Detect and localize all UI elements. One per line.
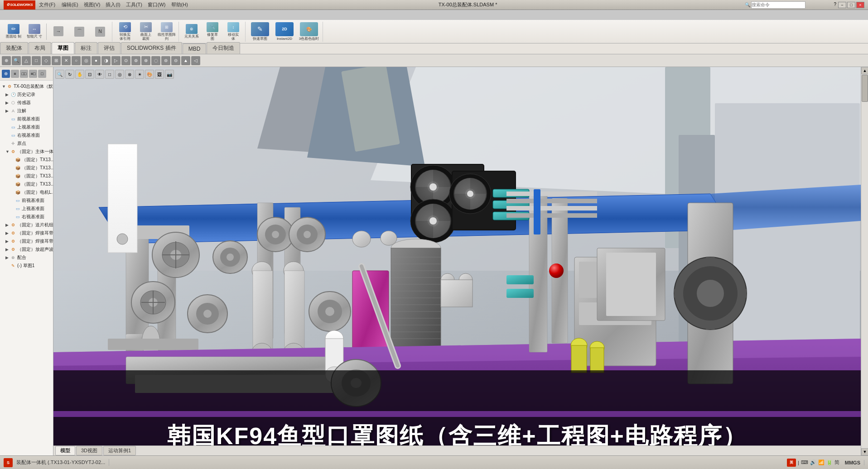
expand-arrow-body[interactable]: ▼	[5, 149, 10, 154]
tree-item-sub-top-plane[interactable]: ▭ 上视基准面	[0, 205, 53, 213]
tab-today[interactable]: 今日制造	[207, 42, 240, 54]
sec-icon-11[interactable]: ▷	[111, 56, 121, 65]
search-input[interactable]	[751, 1, 805, 9]
toolbar-color-button[interactable]: 🎨 3色着色临时	[297, 22, 321, 42]
tree-item-sketch1[interactable]: ✎ (-) 草图1	[0, 262, 53, 270]
sec-icon-15[interactable]: ◌	[151, 56, 160, 65]
tab-annotation[interactable]: 标注	[75, 42, 97, 54]
scroll-down-arrow[interactable]: ▼	[861, 448, 868, 455]
toolbar-repair-button[interactable]: 🔧 修复草图	[203, 22, 222, 42]
speaker-icon[interactable]: 🔊	[810, 459, 816, 465]
scroll-up-arrow[interactable]: ▲	[861, 67, 868, 74]
minimize-button[interactable]: −	[838, 2, 846, 8]
help-icon[interactable]: ?	[833, 2, 837, 8]
restore-button[interactable]: □	[847, 2, 855, 8]
tree-item-root[interactable]: ▼ ⚙ TX-00总装配体（默认	[0, 82, 53, 91]
sec-icon-2[interactable]: △	[22, 56, 31, 65]
tree-item-top-plane[interactable]: ▭ 上视基准面	[0, 123, 53, 131]
tree-item-tx13-4[interactable]: 📦 （固定）TX13...	[0, 180, 53, 188]
sec-icon-16[interactable]: ⊜	[161, 56, 170, 65]
scroll-thumb[interactable]	[862, 75, 868, 102]
expand-arrow-feeder[interactable]: ▶	[5, 223, 10, 227]
vp-icon-hide[interactable]: ◎	[115, 70, 124, 79]
tree-item-feeder[interactable]: ▶ ⚙ （固定）送片机组...	[0, 221, 53, 229]
expand-arrow-annotation[interactable]: ▶	[5, 109, 10, 113]
sec-icon-3[interactable]: □	[32, 56, 41, 65]
tree-item-tx13-3[interactable]: 📦 （固定）TX13...	[0, 172, 53, 180]
toolbar-draw-button[interactable]: ✏ 图面绘 制	[4, 22, 24, 42]
sec-icon-6[interactable]: ✕	[62, 56, 71, 65]
tree-item-annotation[interactable]: ▶ A 注解	[0, 107, 53, 115]
sec-icon-14[interactable]: ⊛	[141, 56, 150, 65]
main-viewport[interactable]: 🔍 ↻ ✋ ⊡ 👁 □ ◎ ⊗ ☀ 🎨 🖼 📷 韩国KF94鱼型口罩图纸（含三维…	[53, 67, 861, 455]
vp-icon-section[interactable]: ⊗	[125, 70, 134, 79]
lang-en-button[interactable]: 英	[787, 459, 796, 467]
expand-arrow-sensor[interactable]: ▶	[5, 100, 10, 105]
vp-icon-view[interactable]: 👁	[95, 70, 104, 79]
tab-motion[interactable]: 运动算例1	[103, 446, 136, 455]
menu-edit[interactable]: 编辑(E)	[59, 1, 81, 8]
toolbar-array-button[interactable]: ⊞ 线性草图阵列	[157, 22, 177, 42]
tab-mbd[interactable]: MBD	[183, 43, 207, 54]
menu-insert[interactable]: 插入(I)	[103, 1, 123, 8]
menu-help[interactable]: 帮助(H)	[169, 1, 191, 8]
vp-icon-scene[interactable]: 🖼	[155, 70, 164, 79]
tab-layout[interactable]: 布局	[29, 42, 51, 54]
tree-item-ultrasonic[interactable]: ▶ ⚙ （固定）放超声波...	[0, 245, 53, 254]
sec-icon-18[interactable]: ▲	[181, 56, 190, 65]
sidebar-view-btn-2[interactable]: □□	[20, 70, 28, 78]
tree-item-sensor[interactable]: ▶ ⬡ 传感器	[0, 99, 53, 107]
sec-icon-9[interactable]: ●	[92, 56, 101, 65]
keyboard-icon[interactable]: ⌨	[801, 459, 808, 465]
sidebar-view-btn-4[interactable]: □	[38, 70, 46, 78]
sec-icon-7[interactable]: ○	[72, 56, 81, 65]
tree-item-weld1[interactable]: ▶ ⚙ （固定）焊接耳带...	[0, 229, 53, 237]
sec-icon-8[interactable]: ◎	[82, 56, 91, 65]
toolbar-arrow-button[interactable]: →	[48, 22, 68, 42]
sec-icon-12[interactable]: ⊙	[121, 56, 130, 65]
expand-arrow-root[interactable]: ▼	[2, 84, 6, 89]
expand-arrow-history[interactable]: ▶	[5, 92, 10, 97]
toolbar-convert-button[interactable]: ⟲ 转换实体引用	[115, 22, 135, 42]
tree-item-origin[interactable]: ✛ 原点	[0, 139, 53, 148]
sec-icon-0[interactable]: ⊕	[2, 56, 11, 65]
tab-sketch[interactable]: 草图	[52, 42, 74, 54]
toolbar-instant2d-button[interactable]: 2D Instant2D	[273, 22, 296, 42]
sec-icon-19[interactable]: ◁	[191, 56, 200, 65]
sec-icon-13[interactable]: ⊚	[131, 56, 140, 65]
menu-file[interactable]: 文件(F)	[35, 1, 59, 8]
expand-arrow-ultrasonic[interactable]: ▶	[5, 247, 10, 252]
tab-assembly[interactable]: 装配体	[0, 42, 28, 54]
tree-item-mate[interactable]: ▶ ⊕ 配合	[0, 254, 53, 262]
toolbar-dim-button[interactable]: ↔ 智能尺 寸	[24, 22, 44, 42]
expand-arrow-weld1[interactable]: ▶	[5, 231, 10, 235]
sec-icon-10[interactable]: ◑	[101, 56, 111, 65]
tab-model[interactable]: 模型	[55, 446, 75, 455]
tree-item-history[interactable]: ▶ 🕐 历史记录	[0, 91, 53, 99]
tree-item-right-plane[interactable]: ▭ 右视基准面	[0, 131, 53, 139]
vp-icon-display[interactable]: □	[105, 70, 114, 79]
tab-plugins[interactable]: SOLIDWORKS 插件	[121, 42, 182, 54]
toolbar-n-button[interactable]: N	[90, 22, 110, 42]
expand-arrow-weld2[interactable]: ▶	[5, 239, 10, 244]
tree-item-main-body[interactable]: ▼ ⚙ （固定）主体一体...	[0, 148, 53, 156]
tree-item-sub-right-plane[interactable]: ▭ 右视基准面	[0, 213, 53, 221]
vp-icon-light[interactable]: ☀	[135, 70, 144, 79]
sidebar-view-btn-3[interactable]: ≡□	[29, 70, 37, 78]
network-icon[interactable]: 📶	[818, 459, 825, 465]
toolbar-rel-button[interactable]: ⊕ 元关关系	[182, 22, 202, 42]
sec-icon-1[interactable]: 🔍	[12, 56, 21, 65]
tree-item-sub-front-plane[interactable]: ▭ 前视基准面	[0, 196, 53, 205]
sec-icon-17[interactable]: ⊝	[171, 56, 180, 65]
toolbar-quick-button[interactable]: ✎ 快速草图	[248, 22, 272, 42]
tree-item-tx13-1[interactable]: 📦 （固定）TX13...	[0, 156, 53, 164]
tree-item-motor[interactable]: 📦 （固定）电机L...	[0, 188, 53, 196]
menu-tools[interactable]: 工具(T)	[123, 1, 145, 8]
vp-icon-appearance[interactable]: 🎨	[145, 70, 154, 79]
tree-item-weld2[interactable]: ▶ ⚙ （固定）焊接耳带...	[0, 237, 53, 245]
sidebar-filter-icon[interactable]: ⊕	[2, 70, 10, 78]
sidebar-view-btn-1[interactable]: ≡	[11, 70, 19, 78]
menu-view[interactable]: 视图(V)	[81, 1, 103, 8]
lang-cn-button[interactable]: 简	[834, 459, 839, 466]
tree-item-front-plane[interactable]: ▭ 前视基准面	[0, 115, 53, 123]
